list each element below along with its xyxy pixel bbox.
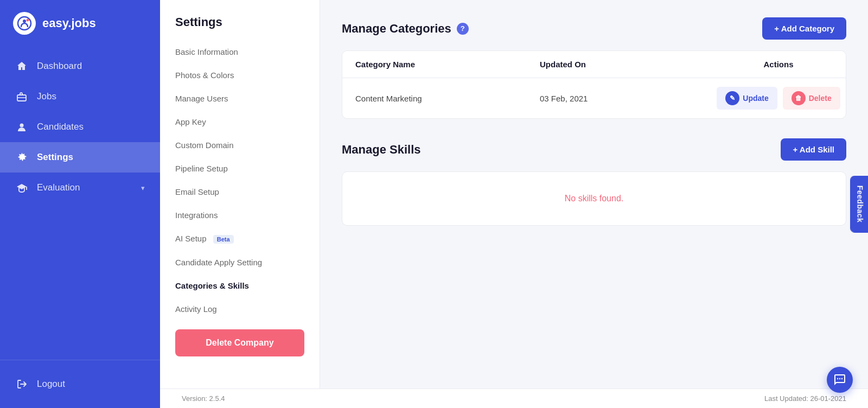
col-category-name: Category Name [355, 60, 540, 69]
page-layout: Settings Basic Information Photos & Colo… [160, 0, 868, 388]
feedback-tab[interactable]: Feedback [851, 176, 868, 233]
ai-setup-badge: Beta [213, 235, 234, 244]
logo-area: easy.jobs [0, 0, 160, 47]
delete-company-button[interactable]: Delete Company [175, 329, 304, 356]
svg-marker-7 [17, 184, 27, 189]
footer-version: Version: 2.5.4 [182, 394, 225, 403]
main-content: Settings Basic Information Photos & Colo… [160, 0, 868, 408]
graduation-icon [15, 181, 28, 194]
col-actions: Actions [724, 60, 833, 69]
evaluation-label: Evaluation [37, 182, 80, 193]
sidebar-item-settings[interactable]: Settings [0, 142, 160, 173]
sidebar-item-jobs[interactable]: Jobs [0, 81, 160, 112]
add-category-button[interactable]: + Add Category [762, 17, 846, 40]
svg-point-11 [841, 378, 843, 379]
menu-item-photos-colors[interactable]: Photos & Colors [160, 63, 320, 87]
person-icon [15, 120, 28, 133]
sidebar-bottom: Logout [0, 360, 160, 408]
delete-icon-circle: 🗑 [792, 91, 806, 105]
col-updated-on: Updated On [540, 60, 724, 69]
menu-item-basic-information[interactable]: Basic Information [160, 40, 320, 63]
categories-table-header: Category Name Updated On Actions [342, 51, 846, 78]
menu-item-candidate-apply[interactable]: Candidate Apply Setting [160, 251, 320, 274]
skills-title-area: Manage Skills [342, 143, 421, 157]
menu-item-activity-log[interactable]: Activity Log [160, 297, 320, 321]
settings-label: Settings [37, 152, 73, 163]
categories-table: Category Name Updated On Actions Content… [342, 50, 846, 119]
menu-item-manage-users[interactable]: Manage Users [160, 87, 320, 110]
no-skills-message: No skills found. [342, 171, 846, 226]
update-icon-circle: ✎ [725, 91, 739, 105]
cell-actions: ✎ Update 🗑 Delete [724, 87, 833, 110]
briefcase-icon [15, 90, 28, 103]
sidebar: easy.jobs Dashboard Jobs [0, 0, 160, 408]
menu-item-pipeline-setup[interactable]: Pipeline Setup [160, 157, 320, 180]
gear-icon [15, 151, 28, 164]
jobs-label: Jobs [37, 91, 56, 102]
menu-item-custom-domain[interactable]: Custom Domain [160, 133, 320, 157]
skills-section-header: Manage Skills + Add Skill [342, 138, 846, 161]
svg-point-1 [23, 20, 26, 23]
help-icon[interactable]: ? [457, 23, 469, 35]
svg-point-5 [20, 124, 24, 127]
menu-item-email-setup[interactable]: Email Setup [160, 180, 320, 203]
table-row: Content Marketing 03 Feb, 2021 ✎ Update … [342, 78, 846, 118]
page-footer: Version: 2.5.4 Last Updated: 26-01-2021 [160, 388, 868, 408]
menu-item-integrations[interactable]: Integrations [160, 203, 320, 227]
settings-title: Settings [160, 15, 320, 40]
sidebar-item-candidates[interactable]: Candidates [0, 112, 160, 142]
sidebar-item-dashboard[interactable]: Dashboard [0, 51, 160, 81]
update-label: Update [743, 94, 768, 103]
content-area: Manage Categories ? + Add Category Categ… [320, 0, 868, 388]
menu-item-ai-setup[interactable]: AI Setup Beta [160, 227, 320, 251]
categories-section-header: Manage Categories ? + Add Category [342, 17, 846, 40]
candidates-label: Candidates [37, 122, 84, 132]
add-skill-button[interactable]: + Add Skill [781, 138, 846, 161]
logo-text: easy.jobs [42, 16, 96, 30]
logout-label: Logout [37, 379, 65, 390]
skills-title: Manage Skills [342, 143, 421, 157]
evaluation-chevron: ▾ [141, 184, 145, 192]
categories-title-area: Manage Categories ? [342, 22, 469, 36]
dashboard-label: Dashboard [37, 61, 82, 72]
svg-point-2 [27, 19, 29, 22]
svg-point-10 [839, 378, 840, 379]
categories-title: Manage Categories [342, 22, 451, 36]
update-category-button[interactable]: ✎ Update [717, 87, 777, 110]
delete-label: Delete [809, 94, 832, 103]
chat-fab-button[interactable] [827, 367, 853, 393]
sidebar-nav: Dashboard Jobs Candidates [0, 47, 160, 360]
settings-side-menu: Settings Basic Information Photos & Colo… [160, 0, 320, 388]
sidebar-item-evaluation[interactable]: Evaluation ▾ [0, 173, 160, 203]
home-icon [15, 60, 28, 73]
logout-icon [15, 378, 28, 391]
delete-category-button[interactable]: 🗑 Delete [783, 87, 840, 110]
cell-category-name: Content Marketing [355, 94, 540, 103]
sidebar-item-logout[interactable]: Logout [0, 369, 160, 399]
menu-item-categories-skills[interactable]: Categories & Skills [160, 274, 320, 297]
svg-point-9 [837, 378, 838, 379]
menu-item-app-key[interactable]: App Key [160, 110, 320, 133]
logo-icon [13, 12, 36, 35]
cell-updated-on: 03 Feb, 2021 [540, 94, 724, 103]
footer-last-updated: Last Updated: 26-01-2021 [764, 394, 846, 403]
